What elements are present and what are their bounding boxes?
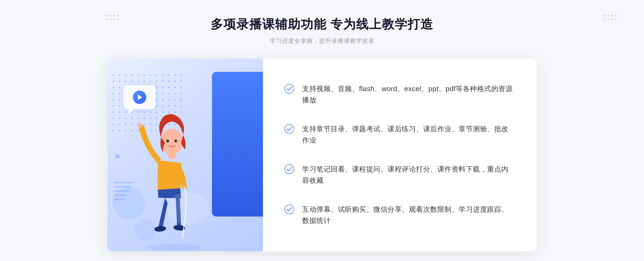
header-section: 多项录播课辅助功能 专为线上教学打造 学习进度全掌握，提升录播课教学效果 — [211, 16, 434, 45]
feature-text-4: 互动弹幕、试听购买、微信分享、观看次数限制、学习进度跟踪、数据统计 — [302, 204, 515, 226]
svg-point-8 — [166, 192, 209, 225]
svg-point-7 — [138, 123, 142, 128]
svg-point-10 — [285, 124, 294, 133]
top-left-dots — [106, 15, 119, 21]
feature-item-2: 支持章节目录、弹题考试、课后练习、课后作业、章节测验、批改作业 — [284, 118, 515, 151]
person-illustration — [123, 96, 225, 251]
features-area: 支持视频、音频、flash、word、excel、ppt、pdf等各种格式的资源… — [263, 58, 537, 251]
feature-text-3: 学习笔记回看、课程提问、课程评论打分、课件资料下载，重点内容收藏 — [302, 164, 515, 186]
feature-text-1: 支持视频、音频、flash、word、excel、ppt、pdf等各种格式的资源… — [302, 83, 515, 106]
svg-point-1 — [154, 226, 166, 232]
check-icon-2 — [284, 124, 294, 134]
check-icon-3 — [284, 164, 294, 174]
svg-point-12 — [285, 205, 294, 214]
svg-point-6 — [174, 140, 177, 143]
main-title: 多项录播课辅助功能 专为线上教学打造 — [211, 16, 434, 33]
content-card: » — [107, 58, 537, 251]
chevron-left-icon: » — [115, 151, 120, 161]
top-right-dots — [604, 15, 617, 21]
svg-point-0 — [148, 244, 201, 251]
svg-point-5 — [166, 140, 169, 143]
illustration-area: » — [107, 58, 263, 251]
check-icon-1 — [284, 84, 294, 94]
feature-text-2: 支持章节目录、弹题考试、课后练习、课后作业、章节测验、批改作业 — [302, 124, 515, 146]
svg-point-9 — [285, 84, 294, 93]
sub-title: 学习进度全掌握，提升录播课教学效果 — [211, 37, 434, 45]
feature-item-3: 学习笔记回看、课程提问、课程评论打分、课件资料下载，重点内容收藏 — [284, 158, 515, 191]
svg-point-11 — [285, 165, 294, 174]
page-wrapper: 多项录播课辅助功能 专为线上教学打造 学习进度全掌握，提升录播课教学效果 — [0, 0, 644, 261]
check-icon-4 — [284, 204, 294, 214]
feature-item-4: 互动弹幕、试听购买、微信分享、观看次数限制、学习进度跟踪、数据统计 — [284, 199, 515, 232]
header-title-row: 多项录播课辅助功能 专为线上教学打造 — [211, 16, 434, 33]
feature-item-1: 支持视频、音频、flash、word、excel、ppt、pdf等各种格式的资源… — [284, 78, 515, 111]
